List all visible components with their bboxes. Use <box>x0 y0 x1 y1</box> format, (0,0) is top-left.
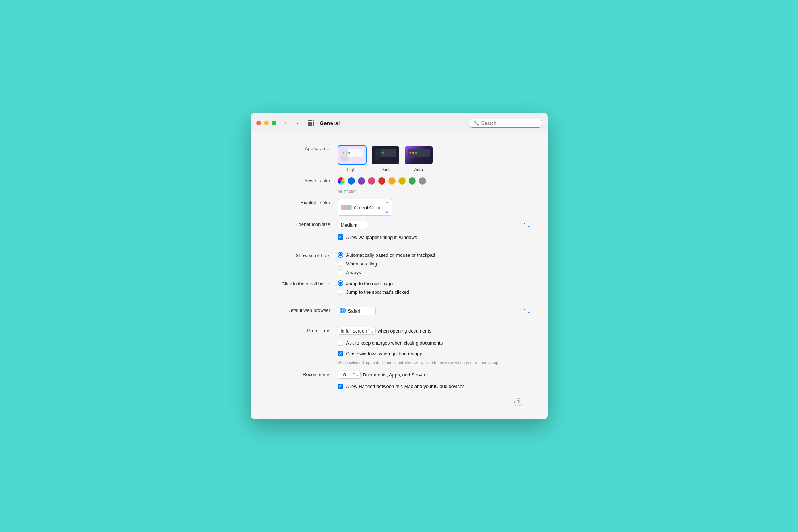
accent-red[interactable] <box>378 177 385 185</box>
appearance-section: Appearance: <box>251 139 548 246</box>
close-windows-sub-text: When selected, open documents and window… <box>338 360 533 366</box>
scroll-radio-scrolling-label: When scrolling <box>346 261 377 267</box>
browser-chevron-icon: ⌃⌄ <box>522 308 531 314</box>
appearance-option-dark-label: Dark <box>381 167 390 172</box>
scroll-radio-auto-button[interactable] <box>338 252 343 258</box>
appearance-option-dark[interactable]: Dark <box>371 145 400 172</box>
search-icon: 🔍 <box>474 120 479 126</box>
maximize-button[interactable] <box>272 121 276 125</box>
show-scroll-bars-controls: Automatically based on mouse or trackpad… <box>338 252 533 275</box>
highlight-color-row: Highlight color: Accent Color ⌃⌄ <box>265 199 533 216</box>
accent-blue[interactable] <box>348 177 355 185</box>
accent-green[interactable] <box>409 177 416 185</box>
default-browser-dropdown[interactable]: Safari Chrome Firefox Edge <box>338 307 533 315</box>
appearance-thumb-dark <box>371 145 400 165</box>
minimize-button[interactable] <box>264 121 269 125</box>
default-browser-label: Default web browser: <box>265 307 338 313</box>
prefer-tabs-controls: always in full screen never ⌃⌄ when open… <box>338 327 533 335</box>
recent-items-select[interactable]: 5 10 15 20 30 50 None <box>338 371 361 379</box>
close-button[interactable] <box>256 121 261 125</box>
scroll-radio-scrolling-button[interactable] <box>338 261 343 267</box>
recent-items-controls: 5 10 15 20 30 50 None ⌃⌄ Documents, Apps… <box>338 371 533 379</box>
prefer-tabs-suffix: when opening documents <box>378 328 431 334</box>
titlebar: ‹ › General 🔍 <box>251 113 548 132</box>
tabs-section: Prefer tabs: always in full screen never… <box>251 321 548 412</box>
sidebar-icon-size-chevron-icon: ⌃⌄ <box>522 222 531 228</box>
ask-keep-changes-checkbox[interactable] <box>338 340 343 346</box>
accent-multicolor[interactable] <box>338 177 345 185</box>
scroll-radio-always-button[interactable] <box>338 269 343 275</box>
highlight-select-box[interactable]: Accent Color ⌃⌄ <box>338 199 392 216</box>
sidebar-icon-size-label: Sidebar icon size: <box>265 221 338 227</box>
click-scroll-spot-button[interactable] <box>338 289 343 295</box>
allow-handoff-checkbox-row[interactable]: Allow Handoff between this Mac and your … <box>338 384 533 389</box>
appearance-option-light-label: Light <box>347 167 356 172</box>
allow-wallpaper-spacer <box>265 234 338 235</box>
sidebar-icon-size-select[interactable]: Small Medium Large <box>338 221 368 229</box>
accent-colors <box>338 177 533 185</box>
highlight-value: Accent Color <box>354 205 381 210</box>
close-windows-spacer <box>265 351 338 351</box>
ask-keep-changes-checkbox-row[interactable]: Ask to keep changes when closing documen… <box>338 340 533 346</box>
default-browser-select[interactable]: Safari Chrome Firefox Edge <box>338 307 376 315</box>
appearance-option-auto[interactable]: Auto <box>404 145 433 172</box>
prefer-tabs-dropdown[interactable]: always in full screen never ⌃⌄ <box>338 327 376 335</box>
sidebar-icon-size-row: Sidebar icon size: Small Medium Large ⌃⌄ <box>265 221 533 229</box>
traffic-lights <box>256 121 276 125</box>
close-windows-checkbox-row[interactable]: Close windows when quitting an app <box>338 351 533 356</box>
click-scroll-next-page-button[interactable] <box>338 280 343 286</box>
allow-handoff-checkbox[interactable] <box>338 384 343 389</box>
scroll-bars-section: Show scroll bars: Automatically based on… <box>251 246 548 301</box>
click-scroll-spot[interactable]: Jump to the spot that's clicked <box>338 289 533 295</box>
highlight-color-label: Highlight color: <box>265 199 338 205</box>
highlight-select-wrapper: Accent Color ⌃⌄ <box>338 199 533 216</box>
accent-orange[interactable] <box>388 177 396 185</box>
accent-pink[interactable] <box>368 177 375 185</box>
scroll-radio-auto[interactable]: Automatically based on mouse or trackpad <box>338 252 533 258</box>
allow-wallpaper-checkbox-row[interactable]: Allow wallpaper tinting in windows <box>338 234 533 240</box>
appearance-option-light[interactable]: Light <box>338 145 367 172</box>
accent-color-label: Accent color: <box>265 177 338 183</box>
accent-purple[interactable] <box>358 177 365 185</box>
appearance-row: Appearance: <box>265 145 533 172</box>
help-button[interactable]: ? <box>514 398 522 406</box>
click-scroll-bar-row: Click in the scroll bar to: Jump to the … <box>265 280 533 295</box>
recent-items-label: Recent items: <box>265 371 338 377</box>
allow-handoff-spacer <box>265 384 338 384</box>
browser-section: Default web browser: Safari Chrome Firef… <box>251 301 548 321</box>
search-input[interactable] <box>481 120 538 126</box>
scroll-radio-always[interactable]: Always <box>338 269 533 275</box>
allow-wallpaper-checkbox[interactable] <box>338 234 343 240</box>
close-windows-label: Close windows when quitting an app <box>346 351 422 356</box>
prefer-tabs-label: Prefer tabs: <box>265 327 338 333</box>
accent-selected-name: Multicolor <box>338 189 533 194</box>
grid-icon[interactable] <box>308 120 314 126</box>
default-browser-controls: Safari Chrome Firefox Edge <box>338 307 533 315</box>
click-scroll-next-page[interactable]: Jump to the next page <box>338 280 533 286</box>
accent-yellow[interactable] <box>398 177 406 185</box>
scroll-radio-scrolling[interactable]: When scrolling <box>338 261 533 267</box>
scroll-radio-always-label: Always <box>346 270 361 275</box>
prefer-tabs-row: Prefer tabs: always in full screen never… <box>265 327 533 335</box>
accent-graphite[interactable] <box>419 177 426 185</box>
back-button[interactable]: ‹ <box>281 118 291 128</box>
forward-button[interactable]: › <box>292 118 302 128</box>
allow-handoff-row: Allow Handoff between this Mac and your … <box>265 384 533 389</box>
ask-keep-changes-spacer <box>265 340 338 341</box>
highlight-color-controls: Accent Color ⌃⌄ <box>338 199 533 216</box>
click-scroll-bar-label: Click in the scroll bar to: <box>265 280 338 286</box>
recent-items-row: Recent items: 5 10 15 20 30 50 None <box>265 371 533 379</box>
search-box[interactable]: 🔍 <box>470 119 542 128</box>
page-title: General <box>320 120 465 126</box>
prefer-tabs-inline: always in full screen never ⌃⌄ when open… <box>338 327 533 335</box>
appearance-thumb-light <box>338 145 367 165</box>
click-scroll-next-page-label: Jump to the next page <box>346 281 393 286</box>
close-windows-checkbox[interactable] <box>338 351 343 356</box>
prefer-tabs-select[interactable]: always in full screen never <box>338 327 376 335</box>
highlight-dropdown[interactable]: ⌃⌄ <box>384 201 389 214</box>
appearance-controls: Light <box>338 145 533 172</box>
sidebar-icon-size-dropdown[interactable]: Small Medium Large ⌃⌄ <box>338 221 533 229</box>
scroll-radio-auto-label: Automatically based on mouse or trackpad <box>346 252 435 258</box>
recent-items-dropdown[interactable]: 5 10 15 20 30 50 None ⌃⌄ <box>338 371 361 379</box>
allow-wallpaper-row: Allow wallpaper tinting in windows <box>265 234 533 240</box>
